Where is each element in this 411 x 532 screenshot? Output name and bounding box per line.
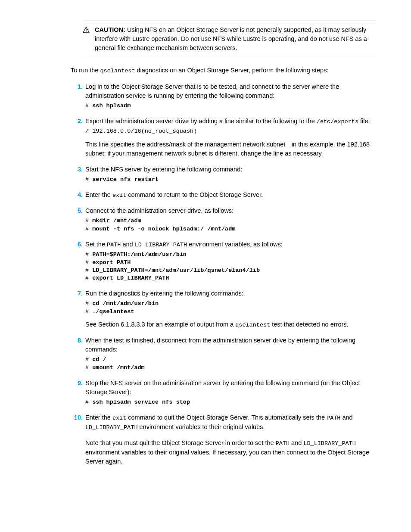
- step-4: Enter the exit command to return to the …: [71, 190, 376, 200]
- step-2: Export the administration server drive b…: [71, 117, 376, 158]
- step-2-note: This line specifies the address/mask of …: [85, 140, 376, 158]
- caution-text: CAUTION: Using NFS on an Object Storage …: [95, 25, 376, 53]
- step-1-code: # ssh hplsadm: [85, 102, 376, 110]
- svg-point-1: [86, 31, 86, 32]
- step-10: Enter the exit command to quit the Objec…: [71, 413, 376, 466]
- step-9: Stop the NFS server on the administratio…: [71, 379, 376, 406]
- step-3-text: Start the NFS server by entering the fol…: [85, 165, 376, 174]
- step-7-text: Run the diagnostics by entering the foll…: [85, 289, 376, 298]
- intro-pre: To run the: [71, 67, 100, 74]
- step-10-p2: Note that you must quit the Object Stora…: [85, 439, 376, 466]
- step-6-text: Set the PATH and LD_LIBRARY_PATH environ…: [85, 240, 376, 249]
- caution-box: CAUTION: Using NFS on an Object Storage …: [83, 21, 376, 58]
- caution-icon: [83, 25, 95, 53]
- step-1-text: Log in to the Object Storage Server that…: [85, 82, 376, 100]
- caution-label: CAUTION:: [95, 26, 125, 33]
- steps-list: Log in to the Object Storage Server that…: [71, 82, 376, 466]
- intro-paragraph: To run the qselantest diagnostics on an …: [71, 66, 376, 75]
- step-2-text: Export the administration server drive b…: [85, 117, 376, 126]
- step-1: Log in to the Object Storage Server that…: [71, 82, 376, 110]
- step-5: Connect to the administration server dri…: [71, 206, 376, 233]
- step-5-text: Connect to the administration server dri…: [85, 206, 376, 215]
- step-6: Set the PATH and LD_LIBRARY_PATH environ…: [71, 240, 376, 282]
- step-6-code: # PATH=$PATH:/mnt/adm/usr/bin # export P…: [85, 251, 376, 282]
- step-3-code: # service nfs restart: [85, 176, 376, 184]
- step-3: Start the NFS server by entering the fol…: [71, 165, 376, 184]
- step-7-code: # cd /mnt/adm/usr/bin # ./qselantest: [85, 300, 376, 315]
- caution-body: Using NFS on an Object Storage Server is…: [95, 26, 367, 51]
- step-8-code: # cd / # umount /mnt/adm: [85, 356, 376, 371]
- intro-code: qselantest: [100, 68, 135, 74]
- step-8-text: When the test is finished, disconnect fr…: [85, 336, 376, 354]
- step-7: Run the diagnostics by entering the foll…: [71, 289, 376, 329]
- step-2-code: / 192.168.0.0/16(no_root_squash): [85, 128, 376, 135]
- step-4-text: Enter the exit command to return to the …: [85, 190, 376, 200]
- step-8: When the test is finished, disconnect fr…: [71, 336, 376, 371]
- intro-post: diagnostics on an Object Storage Server,…: [135, 67, 329, 74]
- step-9-text: Stop the NFS server on the administratio…: [85, 379, 376, 397]
- step-5-code: # mkdir /mnt/adm # mount -t nfs -o noloc…: [85, 217, 376, 233]
- step-9-code: # ssh hplsadm service nfs stop: [85, 398, 376, 406]
- step-7-note: See Section 6.1.8.3.3 for an example of …: [85, 320, 376, 330]
- step-10-p1: Enter the exit command to quit the Objec…: [85, 413, 376, 432]
